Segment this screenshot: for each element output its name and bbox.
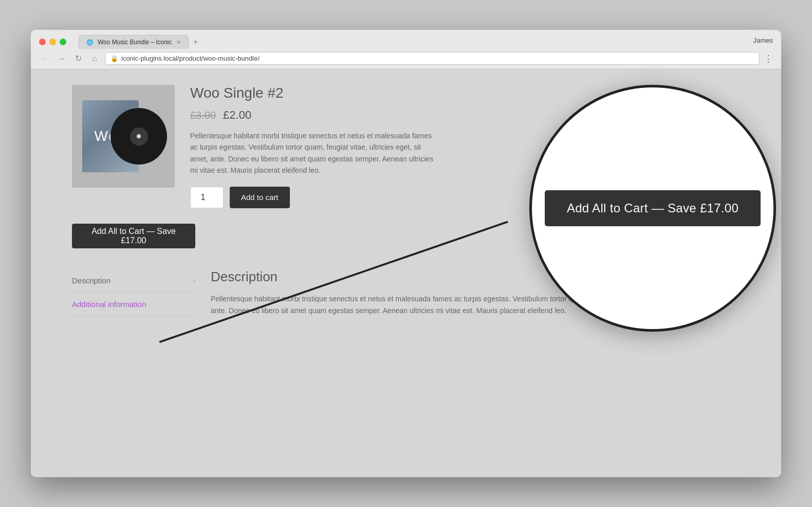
magnifier-overlay: Add All to Cart — Save £17.00 — [529, 85, 776, 332]
reload-button[interactable]: ↻ — [72, 53, 84, 63]
maximize-button[interactable] — [60, 39, 66, 45]
url-text: iconic-plugins.local/product/woo-music-b… — [121, 55, 260, 62]
vinyl-record — [110, 108, 167, 165]
browser-menu-button[interactable]: ⋮ — [764, 53, 773, 64]
add-all-to-cart-button[interactable]: Add All to Cart — Save £17.00 — [72, 224, 195, 248]
back-button[interactable]: ← — [39, 54, 51, 63]
home-button[interactable]: ⌂ — [88, 54, 101, 63]
new-tab-button[interactable]: + — [189, 35, 203, 49]
browser-user: James — [753, 37, 773, 47]
quantity-input[interactable] — [190, 187, 224, 208]
add-to-cart-button[interactable]: Add to cart — [230, 187, 290, 208]
vinyl-hole — [137, 134, 141, 138]
tabs-bar: 🌐 Woo Music Bundle – Iconic ✕ + — [79, 35, 747, 49]
browser-tab[interactable]: 🌐 Woo Music Bundle – Iconic ✕ — [79, 35, 189, 49]
tab-title: Woo Music Bundle – Iconic — [98, 39, 172, 46]
close-button[interactable] — [39, 39, 46, 45]
tab-favicon: 🌐 — [86, 39, 94, 46]
additional-information-tab[interactable]: Additional information — [72, 293, 195, 316]
description-tab[interactable]: Description › — [72, 269, 195, 293]
address-bar[interactable]: 🔒 iconic-plugins.local/product/woo-music… — [105, 52, 760, 65]
ssl-icon: 🔒 — [110, 55, 118, 62]
magnifier-add-all-button[interactable]: Add All to Cart — Save £17.00 — [545, 190, 761, 226]
tab-sidebar: Description › Additional information — [72, 269, 195, 318]
vinyl-label — [130, 128, 148, 146]
browser-chrome: 🌐 Woo Music Bundle – Iconic ✕ + James ← … — [31, 30, 781, 69]
tab-close-button[interactable]: ✕ — [176, 39, 181, 46]
vinyl-wrapper: Woo — [77, 95, 170, 177]
product-description: Pellentesque habitant morbi tristique se… — [190, 130, 437, 176]
browser-window: 🌐 Woo Music Bundle – Iconic ✕ + James ← … — [31, 30, 781, 477]
minimize-button[interactable] — [49, 39, 56, 45]
page-content: Woo Woo Single #2 £3.00 £2.00 Pellentesq… — [31, 69, 781, 477]
traffic-lights — [39, 39, 66, 45]
magnifier-content: Add All to Cart — Save £17.00 — [532, 87, 773, 329]
address-bar-row: ← → ↻ ⌂ 🔒 iconic-plugins.local/product/w… — [31, 49, 781, 69]
original-price: £3.00 — [190, 110, 216, 121]
forward-button[interactable]: → — [56, 54, 68, 63]
product-image: Woo — [72, 85, 175, 188]
sale-price: £2.00 — [223, 108, 251, 122]
